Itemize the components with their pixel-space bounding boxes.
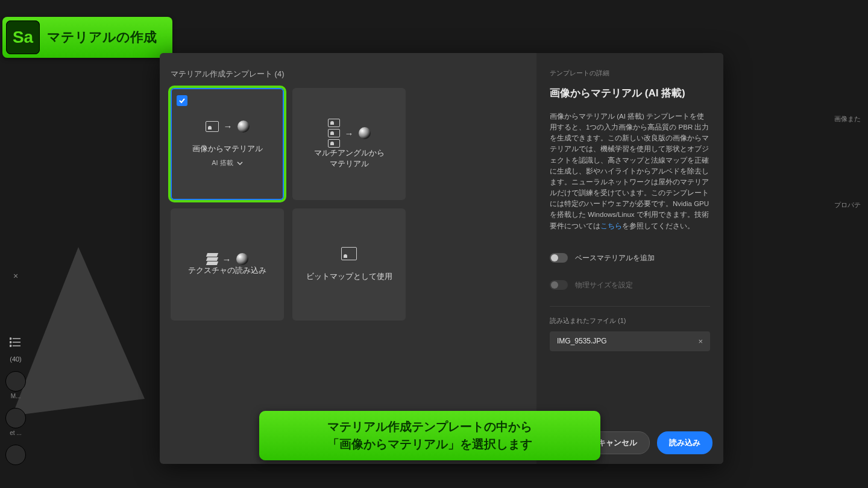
knob-1[interactable] bbox=[5, 371, 26, 392]
template-card-bitmap[interactable]: ビットマップとして使用 bbox=[292, 208, 406, 321]
card-title: ビットマップとして使用 bbox=[306, 271, 392, 282]
remove-file-icon[interactable]: × bbox=[698, 337, 703, 346]
toggle-physical-size: 物理サイズを設定 bbox=[550, 280, 710, 290]
dialog-footer: キャンセル 読み込み bbox=[585, 431, 712, 454]
template-card-image-to-material[interactable]: → 画像からマテリアル AI 搭載 bbox=[171, 88, 284, 200]
details-pane: テンプレートの詳細 画像からマテリアル (AI 搭載) 画像からマテリアル (A… bbox=[536, 53, 723, 464]
files-header: 読み込まれたファイル (1) bbox=[550, 316, 710, 325]
import-button[interactable]: 読み込み bbox=[657, 431, 712, 454]
template-header: マテリアル作成テンプレート (4) bbox=[171, 69, 526, 80]
card-title: マルチアングルから マテリアル bbox=[314, 148, 385, 169]
toggle-base-material[interactable]: ベースマテリアルを追加 bbox=[550, 253, 710, 263]
toggle-label: 物理サイズを設定 bbox=[575, 280, 633, 290]
card-icon bbox=[341, 247, 357, 260]
background-geometry bbox=[12, 247, 145, 416]
list-icon[interactable] bbox=[10, 337, 22, 347]
tutorial-badge-text: マテリアルの作成 bbox=[47, 28, 157, 46]
svg-point-5 bbox=[10, 345, 11, 346]
knob-2-label: et ... bbox=[10, 430, 21, 436]
selected-check-icon bbox=[177, 95, 187, 106]
left-rail: × (40) M... et ... bbox=[0, 0, 31, 488]
tutorial-banner-bottom: マテリアル作成テンプレートの中から 「画像からマテリアル」を選択します bbox=[259, 411, 600, 460]
knob-1-label: M... bbox=[11, 393, 21, 399]
details-body: 画像からマテリアル (AI 搭載) テンプレートを使用すると、1つの入力画像から… bbox=[550, 111, 710, 231]
right-label-1: 画像また bbox=[834, 114, 868, 124]
chevron-down-icon bbox=[237, 160, 243, 166]
template-pane: マテリアル作成テンプレート (4) → 画像からマテリアル AI 搭載 → bbox=[160, 53, 536, 464]
left-count: (40) bbox=[10, 355, 22, 363]
toggle-label: ベースマテリアルを追加 bbox=[575, 253, 655, 263]
card-icon: → bbox=[207, 253, 248, 265]
knob-3[interactable] bbox=[5, 445, 26, 465]
template-card-texture-import[interactable]: → テクスチャの読み込み bbox=[171, 208, 284, 321]
file-chip: IMG_9535.JPG × bbox=[550, 331, 710, 351]
svg-point-4 bbox=[10, 342, 11, 343]
material-dialog: マテリアル作成テンプレート (4) → 画像からマテリアル AI 搭載 → bbox=[160, 53, 723, 464]
template-grid: → 画像からマテリアル AI 搭載 → マルチアングルから マテリアル → bbox=[171, 88, 526, 321]
template-card-multi-angle[interactable]: → マルチアングルから マテリアル bbox=[292, 88, 406, 200]
details-header: テンプレートの詳細 bbox=[550, 69, 710, 78]
svg-point-3 bbox=[10, 338, 11, 339]
right-rail: 画像また プロパテ bbox=[834, 24, 868, 210]
right-label-2: プロパテ bbox=[834, 201, 868, 210]
toggle-switch[interactable] bbox=[550, 253, 568, 263]
card-title: テクスチャの読み込み bbox=[188, 265, 266, 276]
details-title: 画像からマテリアル (AI 搭載) bbox=[550, 86, 710, 100]
card-title: 画像からマテリアル bbox=[192, 143, 263, 154]
details-link[interactable]: こちら bbox=[600, 222, 622, 230]
knob-2[interactable] bbox=[5, 408, 26, 428]
card-subtitle[interactable]: AI 搭載 bbox=[212, 158, 242, 167]
file-name: IMG_9535.JPG bbox=[557, 337, 607, 345]
toggle-switch bbox=[550, 280, 568, 290]
close-icon[interactable]: × bbox=[13, 271, 18, 281]
app-icon: Sa bbox=[6, 20, 40, 54]
divider bbox=[550, 306, 710, 307]
card-icon: → bbox=[328, 119, 371, 148]
tutorial-badge-top: Sa マテリアルの作成 bbox=[2, 17, 172, 58]
card-icon: → bbox=[206, 120, 250, 133]
